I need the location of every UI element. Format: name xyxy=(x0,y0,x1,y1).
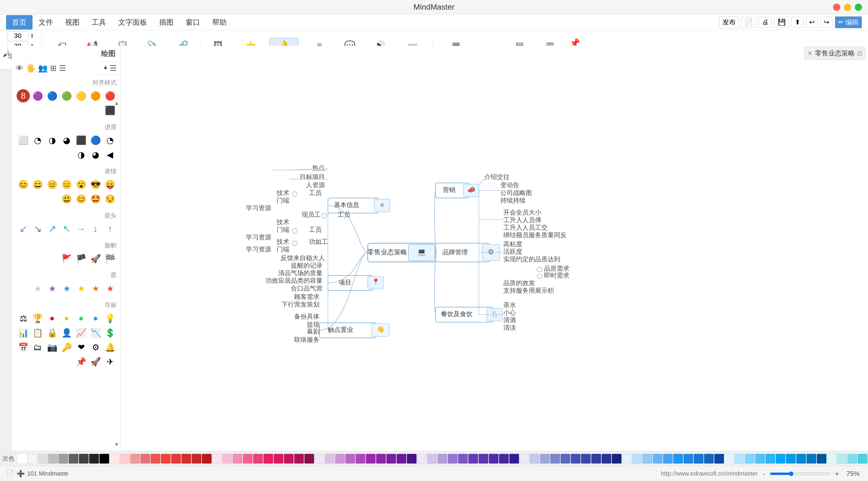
marker-2[interactable]: 🏆 xyxy=(31,312,44,325)
marker-4[interactable]: ● xyxy=(60,312,73,325)
color-swatch-72[interactable] xyxy=(755,454,765,463)
marker-10[interactable]: 🔒 xyxy=(45,326,59,339)
redo-btn[interactable]: ↪ xyxy=(820,17,832,28)
color-swatch-24[interactable] xyxy=(264,454,273,463)
menu-help[interactable]: 帮助 xyxy=(206,15,233,30)
color-swatch-11[interactable] xyxy=(130,454,140,463)
arrow-r[interactable]: → xyxy=(74,222,88,235)
arrow-ur[interactable]: ↗ xyxy=(45,222,59,235)
color-swatch-63[interactable] xyxy=(663,454,673,463)
color-swatch-77[interactable] xyxy=(807,454,816,463)
marker-19[interactable]: ❤ xyxy=(74,341,88,354)
progress-2[interactable]: ◑ xyxy=(45,133,59,147)
color-swatch-9[interactable] xyxy=(110,454,119,463)
color-swatch-4[interactable] xyxy=(59,454,68,463)
emoji-4[interactable]: 😑 xyxy=(60,178,73,191)
marker-15[interactable]: 📅 xyxy=(17,341,30,354)
icon-purple[interactable]: 🟣 xyxy=(31,89,44,102)
icon-blue[interactable]: 🔵 xyxy=(45,89,59,102)
flag-3[interactable]: 🚀 xyxy=(89,252,102,265)
color-swatch-41[interactable] xyxy=(438,454,447,463)
color-swatch-42[interactable] xyxy=(448,454,458,463)
color-swatch-60[interactable] xyxy=(632,454,642,463)
color-swatch-56[interactable] xyxy=(591,454,601,463)
color-swatch-67[interactable] xyxy=(704,454,714,463)
color-swatch-34[interactable] xyxy=(366,454,375,463)
color-swatch-12[interactable] xyxy=(141,454,150,463)
center-node[interactable]: 零售业态策略 💻 xyxy=(367,243,437,262)
color-swatch-10[interactable] xyxy=(120,454,130,463)
marker-23[interactable]: 🚀 xyxy=(89,355,102,368)
color-swatch-17[interactable] xyxy=(192,454,201,463)
upload-btn[interactable]: ⬆ xyxy=(792,17,804,28)
undo-btn[interactable]: ↩ xyxy=(806,17,818,28)
progress-7[interactable]: ◑ xyxy=(74,148,88,161)
emoji-2[interactable]: 😄 xyxy=(31,178,44,191)
color-swatch-29[interactable] xyxy=(315,454,324,463)
color-swatch-64[interactable] xyxy=(673,454,683,463)
color-swatch-6[interactable] xyxy=(79,454,89,463)
color-swatch-8[interactable] xyxy=(99,454,109,463)
marker-1[interactable]: ⚖ xyxy=(17,312,30,325)
page-btn[interactable]: 📄 xyxy=(741,17,756,28)
color-swatch-16[interactable] xyxy=(181,454,191,463)
icon-8[interactable]: 8 xyxy=(17,89,30,102)
marker-17[interactable]: 📷 xyxy=(45,341,59,354)
star-gray[interactable]: ★ xyxy=(31,282,44,295)
list-icon[interactable]: ☰ xyxy=(59,64,66,73)
color-swatch-39[interactable] xyxy=(417,454,427,463)
basic-info-node[interactable]: 基本信息 ≡ xyxy=(328,198,390,213)
maximize-button[interactable] xyxy=(855,4,862,11)
progress-3[interactable]: ◕ xyxy=(60,133,73,147)
brand-node[interactable]: 品牌管理 ⚙ xyxy=(435,243,500,262)
close-button[interactable] xyxy=(833,4,840,11)
star-blue[interactable]: ★ xyxy=(60,282,73,295)
marker-20[interactable]: ⚙ xyxy=(89,341,102,354)
color-swatch-15[interactable] xyxy=(171,454,181,463)
color-swatch-79[interactable] xyxy=(827,454,837,463)
close-panel-icon[interactable]: ✕ xyxy=(807,50,812,57)
color-swatch-51[interactable] xyxy=(540,454,550,463)
marker-12[interactable]: 📈 xyxy=(74,326,88,339)
color-swatch-18[interactable] xyxy=(202,454,212,463)
color-swatch-61[interactable] xyxy=(643,454,652,463)
color-swatch-35[interactable] xyxy=(376,454,386,463)
color-swatch-48[interactable] xyxy=(509,454,519,463)
color-swatch-40[interactable] xyxy=(427,454,437,463)
color-swatch-74[interactable] xyxy=(776,454,785,463)
color-swatch-75[interactable] xyxy=(786,454,796,463)
menu-text[interactable]: 文字面板 xyxy=(112,15,153,30)
color-swatch-44[interactable] xyxy=(468,454,478,463)
flag-1[interactable]: 🚩 xyxy=(60,252,73,265)
color-swatch-36[interactable] xyxy=(386,454,396,463)
star-purple[interactable]: ★ xyxy=(45,282,59,295)
width-input[interactable] xyxy=(7,31,28,40)
marker-11[interactable]: 👤 xyxy=(60,326,73,339)
marketing-node[interactable]: 营销 📣 xyxy=(435,183,479,198)
color-swatch-70[interactable] xyxy=(735,454,744,463)
color-swatch-0[interactable] xyxy=(18,454,27,463)
scroll-down-btn[interactable]: ▼ xyxy=(114,442,119,448)
marker-6[interactable]: ● xyxy=(89,312,102,325)
color-swatch-80[interactable] xyxy=(837,454,847,463)
marker-9[interactable]: 📋 xyxy=(31,326,44,339)
color-swatch-7[interactable] xyxy=(89,454,99,463)
arrow-d[interactable]: ↓ xyxy=(89,222,102,235)
flag-2[interactable]: 🏴 xyxy=(74,252,88,265)
select-icon[interactable]: 👥 xyxy=(38,64,48,73)
expand-icon[interactable]: ⊡ xyxy=(857,50,862,57)
emoji-5[interactable]: 😮 xyxy=(74,178,88,191)
save-btn[interactable]: 💾 xyxy=(774,17,789,28)
color-swatch-5[interactable] xyxy=(69,454,79,463)
edit-btn[interactable]: ✏ 编辑 xyxy=(835,16,862,28)
arrow-ul[interactable]: ↖ xyxy=(60,222,73,235)
color-swatch-82[interactable] xyxy=(858,454,867,463)
color-swatch-2[interactable] xyxy=(38,454,48,463)
menu-tools[interactable]: 工具 xyxy=(86,15,112,30)
marker-5[interactable]: ● xyxy=(74,312,88,325)
zoom-plus-btn[interactable]: + xyxy=(832,469,841,479)
star-orange[interactable]: ★ xyxy=(89,282,102,295)
marker-18[interactable]: 🔑 xyxy=(60,341,73,354)
icon-orange[interactable]: 🟠 xyxy=(89,89,102,102)
color-swatch-19[interactable] xyxy=(212,454,222,463)
